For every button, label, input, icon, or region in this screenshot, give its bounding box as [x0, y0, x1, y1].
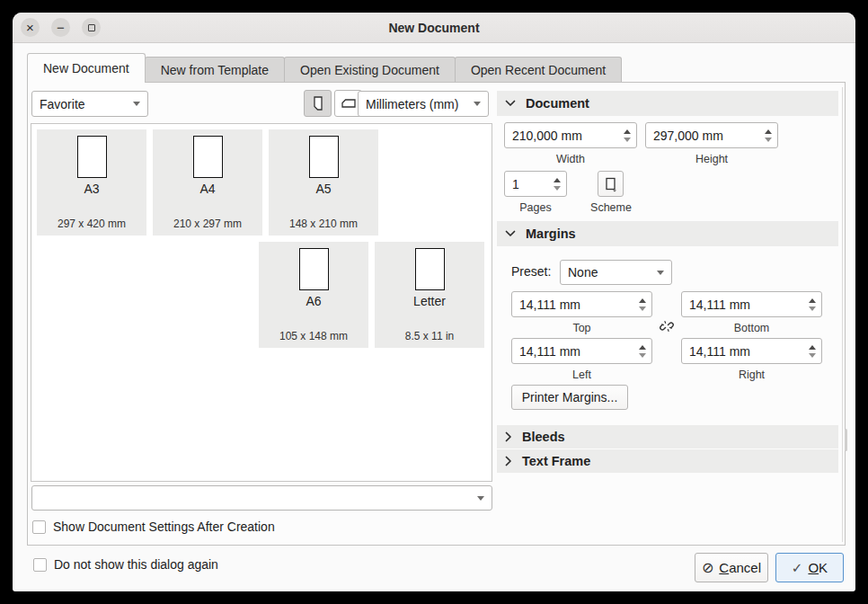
page-thumbnail-icon	[77, 136, 107, 178]
section-header-document[interactable]: Document	[497, 91, 838, 116]
size-item-a5[interactable]: A5 148 x 210 mm	[269, 129, 378, 235]
portrait-orientation-button[interactable]	[304, 90, 332, 117]
chevron-right-icon	[505, 431, 512, 442]
portrait-page-icon	[310, 95, 326, 111]
chevron-down-icon	[505, 230, 516, 237]
chevron-down-icon	[477, 496, 484, 501]
section-header-text-frame[interactable]: Text Frame	[497, 449, 838, 473]
printer-margins-button[interactable]: Printer Margins...	[511, 385, 628, 410]
page-scheme-icon	[603, 176, 619, 192]
show-settings-checkbox[interactable]	[32, 520, 46, 534]
page-thumbnail-icon	[309, 136, 339, 178]
landscape-page-icon	[341, 95, 357, 111]
check-icon: ✓	[792, 561, 803, 574]
pages-label: Pages	[504, 201, 567, 214]
chevron-down-icon	[133, 102, 140, 106]
spinner-buttons[interactable]	[803, 339, 821, 363]
unit-dropdown[interactable]: Millimeters (mm)	[358, 91, 489, 117]
page-size-list: A3 297 x 420 mm A4 210 x 297 mm A5 148 x…	[31, 123, 492, 482]
size-grid-spacer	[37, 242, 252, 348]
spinner-buttons[interactable]	[548, 172, 566, 196]
tab-content: Favorite Millimeters (mm) A3 297 x 420 m…	[27, 82, 846, 546]
scroll-area-divider	[842, 87, 843, 542]
margin-top-label: Top	[511, 322, 652, 334]
tab-bar: New Document New from Template Open Exis…	[27, 53, 622, 83]
scrollbar[interactable]	[845, 429, 847, 451]
tab-new-document[interactable]: New Document	[27, 53, 146, 83]
dont-show-label: Do not show this dialog again	[54, 557, 218, 572]
spinner-buttons[interactable]	[633, 339, 651, 363]
dont-show-checkbox-row[interactable]: Do not show this dialog again	[33, 557, 218, 572]
cancel-icon: ⊘	[702, 561, 713, 575]
broken-link-icon	[659, 318, 675, 334]
scheme-label: Scheme	[585, 201, 637, 214]
dont-show-checkbox[interactable]	[33, 558, 47, 572]
scheme-button[interactable]	[598, 171, 624, 197]
margin-right-label: Right	[681, 369, 822, 381]
width-label: Width	[504, 153, 637, 165]
spinner-buttons[interactable]	[633, 292, 651, 316]
margin-preset-dropdown[interactable]: None	[560, 260, 672, 285]
margin-left-spinbox[interactable]: 14,111 mm	[511, 338, 652, 364]
size-item-a6[interactable]: A6 105 x 148 mm	[259, 242, 368, 348]
cancel-button[interactable]: ⊘ Cancel	[695, 553, 768, 582]
preset-label: Preset:	[511, 264, 551, 279]
ok-button[interactable]: ✓ OK	[775, 553, 844, 582]
margin-top-spinbox[interactable]: 14,111 mm	[511, 291, 652, 317]
titlebar: × − New Document	[13, 13, 855, 43]
new-document-dialog: × − New Document New Document New from T…	[13, 13, 855, 591]
chevron-down-icon	[657, 271, 664, 275]
width-spinbox[interactable]: 210,000 mm	[504, 122, 637, 148]
spinner-buttons[interactable]	[803, 292, 821, 316]
chevron-down-icon	[505, 100, 516, 107]
margin-bottom-spinbox[interactable]: 14,111 mm	[681, 291, 822, 317]
section-header-bleeds[interactable]: Bleeds	[497, 425, 838, 449]
tab-open-existing-document[interactable]: Open Existing Document	[284, 57, 456, 83]
chevron-right-icon	[505, 456, 512, 466]
link-margins-toggle[interactable]	[659, 318, 675, 334]
chevron-down-icon	[474, 102, 481, 106]
spinner-buttons[interactable]	[618, 123, 636, 147]
height-label: Height	[645, 153, 778, 165]
section-header-margins[interactable]: Margins	[497, 221, 838, 246]
margin-bottom-label: Bottom	[681, 322, 822, 334]
show-settings-label: Show Document Settings After Creation	[53, 520, 275, 534]
page-thumbnail-icon	[299, 248, 329, 290]
page-thumbnail-icon	[193, 136, 223, 178]
size-category-dropdown[interactable]: Favorite	[31, 91, 148, 117]
height-spinbox[interactable]: 297,000 mm	[645, 122, 778, 148]
spinner-buttons[interactable]	[759, 123, 777, 147]
size-item-a4[interactable]: A4 210 x 297 mm	[153, 129, 262, 235]
margin-left-label: Left	[511, 369, 652, 381]
tab-new-from-template[interactable]: New from Template	[145, 57, 285, 83]
page-thumbnail-icon	[415, 248, 445, 290]
size-item-letter[interactable]: Letter 8.5 x 11 in	[375, 242, 484, 348]
show-settings-checkbox-row[interactable]: Show Document Settings After Creation	[32, 520, 275, 534]
size-item-a3[interactable]: A3 297 x 420 mm	[37, 129, 146, 235]
pages-spinbox[interactable]: 1	[504, 171, 567, 197]
size-name-combobox[interactable]	[31, 485, 492, 511]
window-title: New Document	[13, 21, 855, 35]
margin-right-spinbox[interactable]: 14,111 mm	[681, 338, 822, 364]
tab-open-recent-document[interactable]: Open Recent Document	[455, 57, 622, 83]
